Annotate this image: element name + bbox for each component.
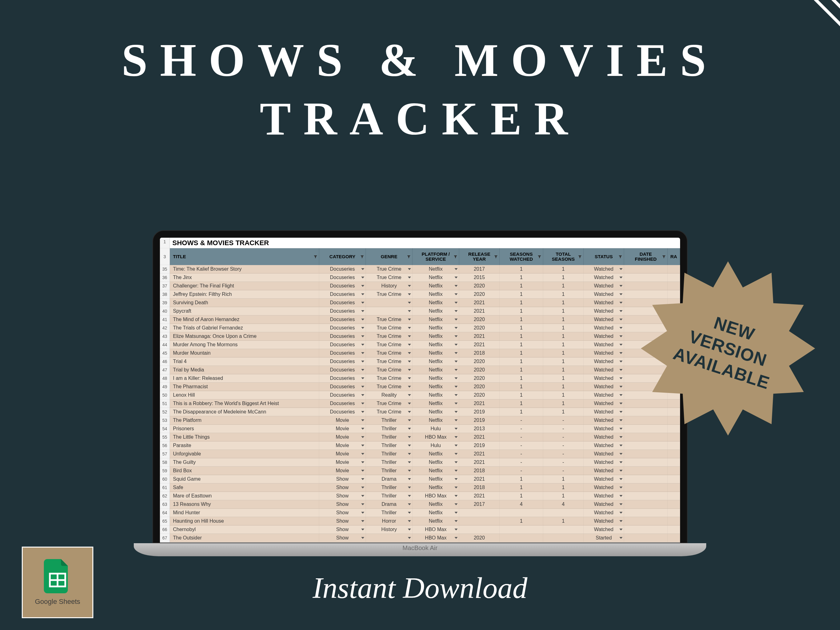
- cell-status[interactable]: Watched: [584, 458, 624, 466]
- cell-genre[interactable]: Thriller: [366, 483, 412, 491]
- cell-year[interactable]: 2021: [459, 332, 500, 340]
- cell-title[interactable]: The Mind of Aaron Hernandez: [170, 316, 319, 324]
- chevron-down-icon[interactable]: [361, 520, 364, 522]
- cell-sw[interactable]: 1: [500, 357, 543, 366]
- cell-ts[interactable]: 1: [543, 307, 584, 315]
- chevron-down-icon[interactable]: [408, 319, 411, 321]
- cell-genre[interactable]: [366, 307, 412, 315]
- cell-category[interactable]: Docuseries: [319, 273, 366, 281]
- cell-title[interactable]: I am a Killer: Released: [170, 374, 319, 382]
- chevron-down-icon[interactable]: [455, 461, 458, 463]
- cell-genre[interactable]: True Crime: [366, 341, 412, 349]
- chevron-down-icon[interactable]: [408, 453, 411, 455]
- cell-year[interactable]: [459, 508, 500, 517]
- chevron-down-icon[interactable]: [408, 411, 411, 413]
- chevron-down-icon[interactable]: [408, 344, 411, 346]
- cell-ts[interactable]: 1: [543, 391, 584, 399]
- cell-genre[interactable]: [366, 298, 412, 307]
- chevron-down-icon[interactable]: [619, 285, 622, 287]
- cell-status[interactable]: Watched: [584, 408, 624, 416]
- cell-platform[interactable]: Netflix: [412, 282, 459, 290]
- chevron-down-icon[interactable]: [455, 335, 458, 337]
- cell-category[interactable]: Movie: [319, 425, 366, 433]
- chevron-down-icon[interactable]: [361, 377, 364, 379]
- chevron-down-icon[interactable]: [619, 461, 622, 463]
- cell-sw[interactable]: 1: [500, 408, 543, 416]
- cell-rate[interactable]: [668, 450, 680, 458]
- cell-ts[interactable]: 1: [543, 290, 584, 298]
- cell-title[interactable]: The Disappearance of Medeleine McCann: [170, 408, 319, 416]
- cell-title[interactable]: Chernobyl: [170, 526, 319, 534]
- cell-platform[interactable]: HBO Max: [412, 534, 459, 542]
- chevron-down-icon[interactable]: [455, 377, 458, 379]
- chevron-down-icon[interactable]: [408, 461, 411, 463]
- cell-sw[interactable]: 1: [500, 483, 543, 491]
- cell-platform[interactable]: Netflix: [412, 508, 459, 517]
- cell-year[interactable]: 2020: [459, 534, 500, 542]
- cell-sw[interactable]: 1: [500, 282, 543, 290]
- cell-status[interactable]: Watched: [584, 282, 624, 290]
- cell-status[interactable]: Watched: [584, 341, 624, 349]
- cell-sw[interactable]: 1: [500, 492, 543, 500]
- cell-category[interactable]: Docuseries: [319, 282, 366, 290]
- cell-status[interactable]: Watched: [584, 475, 624, 483]
- chevron-down-icon[interactable]: [408, 327, 411, 329]
- chevron-down-icon[interactable]: [455, 369, 458, 371]
- cell-category[interactable]: Show: [319, 517, 366, 525]
- chevron-down-icon[interactable]: [408, 470, 411, 472]
- filter-icon[interactable]: [578, 254, 582, 259]
- chevron-down-icon[interactable]: [408, 419, 411, 421]
- chevron-down-icon[interactable]: [455, 285, 458, 287]
- table-row[interactable]: The GuiltyMovieThrillerNetflix2021--Watc…: [170, 458, 680, 467]
- cell-sw[interactable]: -: [500, 450, 543, 458]
- cell-ts[interactable]: 1: [543, 366, 584, 374]
- cell-sw[interactable]: -: [500, 425, 543, 433]
- cell-year[interactable]: 2021: [459, 492, 500, 500]
- chevron-down-icon[interactable]: [619, 495, 622, 497]
- cell-title[interactable]: Mare of Easttown: [170, 492, 319, 500]
- chevron-down-icon[interactable]: [455, 268, 458, 270]
- cell-category[interactable]: Docuseries: [319, 391, 366, 399]
- cell-year[interactable]: 2020: [459, 366, 500, 374]
- chevron-down-icon[interactable]: [361, 294, 364, 295]
- cell-platform[interactable]: Netflix: [412, 383, 459, 391]
- cell-title[interactable]: Spycraft: [170, 307, 319, 315]
- cell-status[interactable]: Watched: [584, 349, 624, 357]
- cell-ts[interactable]: 1: [543, 357, 584, 366]
- cell-genre[interactable]: [366, 534, 412, 542]
- chevron-down-icon[interactable]: [455, 495, 458, 497]
- cell-date[interactable]: [624, 500, 668, 508]
- cell-ts[interactable]: 1: [543, 374, 584, 382]
- cell-platform[interactable]: Netflix: [412, 290, 459, 298]
- chevron-down-icon[interactable]: [455, 478, 458, 480]
- chevron-down-icon[interactable]: [408, 486, 411, 488]
- cell-ts[interactable]: [543, 508, 584, 517]
- cell-date[interactable]: [624, 534, 668, 542]
- cell-title[interactable]: The Outsider: [170, 534, 319, 542]
- chevron-down-icon[interactable]: [619, 403, 622, 404]
- chevron-down-icon[interactable]: [408, 495, 411, 497]
- cell-category[interactable]: Show: [319, 534, 366, 542]
- cell-genre[interactable]: Thriller: [366, 492, 412, 500]
- chevron-down-icon[interactable]: [361, 268, 364, 270]
- cell-ts[interactable]: 1: [543, 316, 584, 324]
- cell-platform[interactable]: Netflix: [412, 475, 459, 483]
- cell-genre[interactable]: Thriller: [366, 458, 412, 466]
- cell-sw[interactable]: 1: [500, 316, 543, 324]
- filter-icon[interactable]: [618, 254, 622, 259]
- cell-sw[interactable]: -: [500, 433, 543, 441]
- cell-status[interactable]: Watched: [584, 332, 624, 340]
- cell-genre[interactable]: True Crime: [366, 408, 412, 416]
- chevron-down-icon[interactable]: [408, 302, 411, 304]
- cell-genre[interactable]: Reality: [366, 391, 412, 399]
- chevron-down-icon[interactable]: [619, 344, 622, 346]
- cell-sw[interactable]: 1: [500, 290, 543, 298]
- cell-status[interactable]: Watched: [584, 526, 624, 534]
- chevron-down-icon[interactable]: [455, 470, 458, 472]
- column-header-title[interactable]: TITLE: [170, 248, 319, 265]
- cell-genre[interactable]: True Crime: [366, 366, 412, 374]
- chevron-down-icon[interactable]: [455, 445, 458, 447]
- chevron-down-icon[interactable]: [408, 335, 411, 337]
- cell-genre[interactable]: True Crime: [366, 383, 412, 391]
- table-row[interactable]: ParasiteMovieThrillerHulu2019--Watched: [170, 442, 680, 450]
